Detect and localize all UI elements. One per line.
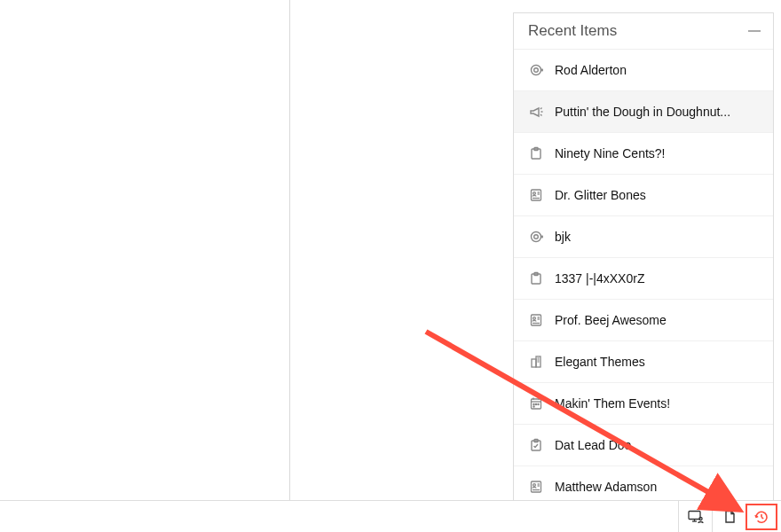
recent-item-label: Dr. Glitter Bones [555, 188, 759, 202]
recent-item-label: Puttin' the Dough in Doughnut... [555, 105, 759, 119]
recent-item[interactable]: Puttin' the Dough in Doughnut... [514, 91, 773, 133]
svg-rect-22 [532, 359, 536, 367]
checklist-icon [528, 437, 544, 453]
id-card-icon [528, 312, 544, 328]
recent-item[interactable]: Makin' Them Events! [514, 383, 773, 425]
target-icon [528, 229, 544, 245]
recent-item[interactable]: bjk [514, 216, 773, 258]
recent-item-label: Dat Lead Doe [555, 438, 759, 452]
svg-point-38 [533, 484, 536, 487]
recent-item-label: Prof. Beej Awesome [555, 313, 759, 327]
recent-items-button[interactable] [746, 504, 777, 530]
recent-items-title: Recent Items [528, 22, 617, 40]
svg-point-12 [534, 235, 539, 239]
svg-rect-17 [532, 315, 541, 325]
target-icon [528, 62, 544, 78]
recent-item-label: Makin' Them Events! [555, 396, 759, 411]
monitor-user-icon [688, 510, 704, 524]
recent-item[interactable]: Elegant Themes [514, 341, 773, 383]
note-icon [528, 145, 544, 161]
calendar-icon [528, 395, 544, 411]
bottom-toolbar [0, 500, 781, 532]
recent-item-label: Elegant Themes [555, 355, 759, 369]
building-icon [528, 354, 544, 370]
svg-point-7 [533, 192, 536, 195]
svg-line-47 [761, 517, 763, 519]
vertical-divider [289, 0, 290, 505]
svg-rect-6 [532, 190, 541, 200]
recent-item-label: 1337 |-|4xXX0rZ [555, 271, 759, 286]
screen-share-button[interactable] [678, 501, 712, 532]
svg-point-31 [533, 403, 534, 404]
megaphone-icon [528, 104, 544, 120]
recent-item-label: Matthew Adamson [555, 480, 759, 494]
note-icon [528, 270, 544, 286]
svg-point-34 [533, 406, 534, 407]
id-card-icon [528, 187, 544, 203]
svg-point-32 [535, 403, 536, 404]
svg-point-0 [532, 66, 541, 75]
recent-items-panel: Recent Items Rod Alderton Puttin' the Do… [513, 12, 774, 508]
recent-item[interactable]: 1337 |-|4xXX0rZ [514, 258, 773, 300]
recent-item[interactable]: Dat Lead Doe [514, 425, 773, 466]
recent-item[interactable]: Prof. Beej Awesome [514, 300, 773, 341]
recent-item-label: Ninety Nine Cents?! [555, 146, 759, 160]
svg-point-1 [534, 68, 539, 73]
recent-item[interactable]: Rod Alderton [514, 50, 773, 91]
document-icon [723, 510, 736, 524]
svg-point-33 [538, 403, 539, 404]
svg-point-11 [532, 232, 541, 242]
svg-rect-42 [689, 511, 700, 519]
recent-item-label: Rod Alderton [555, 63, 759, 77]
recent-item[interactable]: Ninety Nine Cents?! [514, 133, 773, 175]
recent-item-label: bjk [555, 230, 759, 244]
recent-item[interactable]: Dr. Glitter Bones [514, 175, 773, 216]
svg-rect-37 [532, 481, 541, 492]
clock-history-icon [753, 510, 769, 524]
document-button[interactable] [712, 501, 746, 532]
id-card-icon [528, 479, 544, 495]
svg-point-18 [533, 317, 536, 320]
recent-items-header[interactable]: Recent Items [514, 13, 773, 50]
collapse-icon[interactable] [748, 30, 761, 32]
